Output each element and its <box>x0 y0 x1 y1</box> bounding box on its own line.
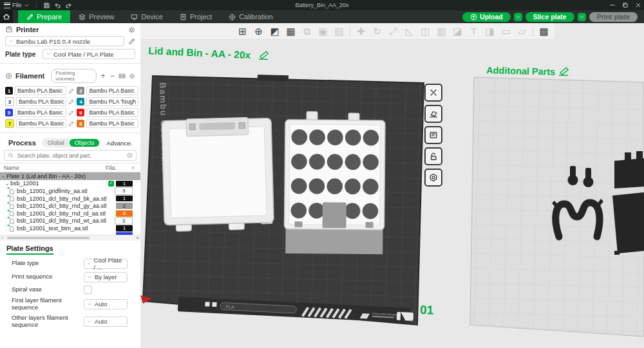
chevron-down-icon <box>87 275 92 280</box>
edit-filament-icon[interactable] <box>68 110 74 116</box>
tab-label: Calibration <box>239 13 273 21</box>
edit-plate1-name-icon[interactable] <box>259 51 269 60</box>
tree-row-part[interactable]: +bsb_12001_dcl_btty_rnd_bk_aa.stl1 <box>0 195 140 203</box>
tree-row-part[interactable]: +bsb_12001_dcl_btty_rnd_rd_aa.stl8 <box>0 210 140 217</box>
filament-color-swatch[interactable]: 1 <box>5 87 13 95</box>
tab-preview[interactable]: Preview <box>70 10 122 23</box>
filament-name-field[interactable]: Bambu PLA Basic <box>86 108 138 117</box>
filament-color-swatch[interactable]: 7 <box>5 119 14 128</box>
print-dropdown-button[interactable] <box>578 13 586 21</box>
plate-settings-button[interactable] <box>424 169 442 187</box>
filament-color-swatch[interactable]: 4 <box>77 98 84 105</box>
edit-filament-icon[interactable] <box>68 121 74 127</box>
filament-name-field[interactable]: Bambu PLA Basic <box>15 86 66 95</box>
file-menu[interactable]: File <box>4 2 30 8</box>
plate-type-select[interactable]: Cool Plate / PLA Plate <box>43 49 135 59</box>
upload-button[interactable]: Upload <box>462 12 511 22</box>
tree-row-part[interactable]: +bsb_12001_dcl_btty_rnd_wt_aa.stl3 <box>0 217 140 225</box>
edit-filament-icon[interactable] <box>68 88 74 94</box>
tab-project[interactable]: Project <box>171 10 220 23</box>
filament-settings-gear-icon[interactable] <box>129 73 135 80</box>
setting-select[interactable]: By layer <box>84 272 128 282</box>
tree-row-object[interactable]: ⌄bsb_12001✓1 <box>0 180 140 188</box>
process-objects-tab[interactable]: Objects <box>70 139 100 147</box>
filament-color-swatch[interactable]: 5 <box>5 109 13 116</box>
remove-filament-button[interactable]: − <box>109 71 115 80</box>
slice-dropdown-button[interactable] <box>514 13 522 21</box>
tree-row-part[interactable]: +bsb_12001_gridfinity_aa.stl3 <box>0 187 140 195</box>
tree-vertical-scrollbar[interactable]: ˅ <box>135 172 140 241</box>
plate2-title[interactable]: Additonal Parts <box>486 65 568 77</box>
tree-row-part[interactable]: +bsb_12001_text_btm_aa.stl1 <box>0 224 140 232</box>
tree-row-part[interactable]: +bsb_12001_dcl_btty_rnd_gy_aa.stl2 <box>0 202 140 210</box>
visibility-checkbox[interactable]: ✓ <box>108 181 114 187</box>
tab-calibration[interactable]: Calibration <box>220 10 281 23</box>
flushing-volumes-button[interactable]: Flushing volumes <box>51 69 97 83</box>
search-input[interactable] <box>16 152 124 160</box>
print-plate-button[interactable]: Print plate <box>589 12 638 22</box>
model-bin[interactable] <box>284 111 385 254</box>
minimize-button[interactable] <box>609 2 616 8</box>
add-filament-button[interactable]: + <box>100 71 106 80</box>
filament-color-swatch[interactable]: 2 <box>77 87 84 95</box>
plate1-title[interactable]: Lid and Bin - AA - 20x <box>148 45 269 61</box>
filament-name-field[interactable]: Bambu PLA Basic <box>15 108 66 117</box>
close-button[interactable] <box>635 2 641 8</box>
caret-icon[interactable]: ⌄ <box>0 173 6 179</box>
spiral-vase-checkbox[interactable] <box>84 286 92 294</box>
ams-icon[interactable] <box>118 72 126 80</box>
orient-plate-button[interactable] <box>424 105 442 123</box>
edit-filament-icon[interactable] <box>68 99 74 105</box>
filament-color-swatch[interactable]: 8 <box>77 120 84 127</box>
filament-color-swatch[interactable]: 3 <box>5 97 14 106</box>
arrange-plate-button[interactable] <box>424 126 442 144</box>
filament-badge[interactable]: 1 <box>116 181 133 187</box>
edit-plate2-name-icon[interactable] <box>559 68 568 75</box>
filament-badge[interactable]: 1 <box>116 196 133 202</box>
edit-printer-icon[interactable] <box>128 38 135 45</box>
tab-device[interactable]: Device <box>122 10 171 23</box>
filament-name-field[interactable]: Bambu PLA Tough <box>86 97 138 106</box>
redo-icon[interactable] <box>65 2 72 9</box>
filament-badge[interactable]: 8 <box>116 210 133 217</box>
slice-plate-button[interactable]: Slice plate <box>526 12 574 22</box>
file-menu-label: File <box>12 2 22 8</box>
row-label: bsb_12001_dcl_btty_rnd_rd_aa.stl <box>17 210 106 217</box>
filament-badge[interactable]: 1 <box>116 225 133 232</box>
restore-button[interactable] <box>622 2 629 8</box>
home-button[interactable] <box>0 10 13 23</box>
filament-name-field[interactable]: Bambu PLA Basic <box>16 97 66 106</box>
x-icon <box>429 88 438 97</box>
model-lid[interactable] <box>162 117 274 232</box>
printer-settings-gear-icon[interactable] <box>128 26 135 33</box>
viewport-3d[interactable]: ⊞⊕◩▦⧉▣▤✚↻⤢◺◫▥◪T◨▭▱▩ <box>140 23 644 348</box>
chevron-down-icon <box>8 39 14 44</box>
process-global-tab[interactable]: Global <box>43 139 70 147</box>
filament-badge[interactable]: 3 <box>115 187 133 195</box>
search-box[interactable] <box>4 150 137 161</box>
tab-prepare[interactable]: Prepare <box>18 10 70 23</box>
undo-icon[interactable] <box>54 2 61 9</box>
filament-name-field[interactable]: Bambu PLA Basic <box>16 119 66 128</box>
printer-preset-select[interactable]: Bambu Lab P1S 0.4 nozzle <box>5 36 124 46</box>
plate-2[interactable] <box>470 77 644 336</box>
sort-caret-icon[interactable]: ˄ <box>131 165 140 171</box>
plate-setting-row: Other layers filament sequenceAuto <box>12 315 135 329</box>
arrange-icon <box>429 131 438 140</box>
setting-select[interactable]: Auto <box>84 299 128 309</box>
filament-name-field[interactable]: Bambu PLA Basic <box>86 86 138 95</box>
setting-select[interactable]: Auto <box>84 316 128 327</box>
chevron-down-icon <box>46 51 51 57</box>
tree-row-plate[interactable]: ⌄Plate 1 (Lid and Bin - AA - 20x) <box>0 172 140 180</box>
setting-select[interactable]: Cool Plate / ... <box>84 259 128 269</box>
tree-horizontal-scrollbar[interactable]: ‹› <box>0 235 140 241</box>
save-icon[interactable] <box>43 2 50 9</box>
filament-badge[interactable]: 3 <box>115 217 133 225</box>
bambu-studio-window: File Battery_Bin_AA_20x PreparePreviewDe… <box>0 0 644 348</box>
clear-search-icon[interactable] <box>127 152 133 158</box>
filament-name-field[interactable]: Bambu PLA Basic <box>86 119 138 128</box>
filament-badge[interactable]: 2 <box>116 203 133 209</box>
lock-plate-button[interactable] <box>424 147 442 165</box>
delete-plate-button[interactable] <box>424 84 442 102</box>
filament-color-swatch[interactable]: 6 <box>77 109 84 116</box>
